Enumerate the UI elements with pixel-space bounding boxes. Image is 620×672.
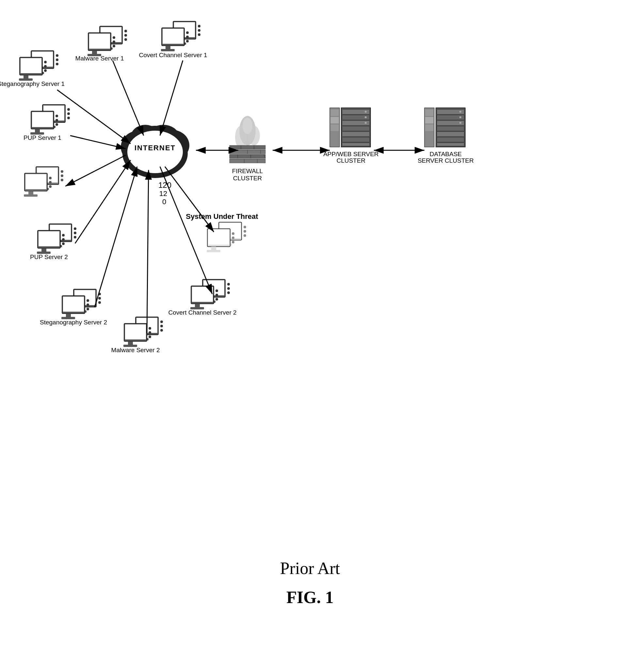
svg-point-212: [459, 122, 461, 124]
svg-text:SERVER CLUSTER: SERVER CLUSTER: [418, 157, 474, 164]
svg-point-86: [49, 185, 52, 188]
svg-rect-110: [63, 297, 84, 311]
svg-point-211: [459, 116, 461, 118]
svg-point-153: [244, 234, 246, 237]
svg-rect-21: [89, 34, 110, 49]
svg-text:APP/WEB  SERVER: APP/WEB SERVER: [323, 151, 379, 157]
arrow-internet-to-system: [165, 166, 214, 232]
svg-rect-126: [128, 341, 133, 345]
svg-point-114: [87, 303, 89, 306]
svg-point-64: [67, 116, 70, 119]
svg-point-84: [49, 177, 52, 179]
system-under-threat-group: System Under Threat: [186, 212, 258, 252]
svg-point-129: [149, 331, 151, 334]
svg-rect-125: [125, 324, 146, 339]
svg-text:PUP Server 1: PUP Server 1: [23, 134, 61, 141]
caption-area: Prior Art FIG. 1: [0, 539, 620, 607]
svg-rect-213: [425, 109, 433, 116]
pup-server-2-group: PUP Server 2: [30, 224, 76, 260]
svg-point-121: [160, 321, 163, 323]
svg-rect-209: [437, 143, 464, 146]
svg-point-49: [56, 63, 58, 65]
svg-rect-192: [342, 143, 370, 146]
svg-rect-141: [195, 304, 200, 307]
svg-text:CLUSTER: CLUSTER: [337, 157, 366, 164]
svg-rect-206: [437, 126, 464, 131]
arrow-malware1-to-internet: [113, 60, 144, 136]
malware-server-2-group: Malware Server 2: [111, 317, 163, 353]
steganography-server-2-group: Steganography Server 2: [40, 289, 107, 326]
svg-point-47: [56, 54, 58, 57]
svg-point-143: [215, 289, 218, 292]
svg-point-17: [124, 30, 127, 32]
malware-server-1-group: Malware Server 1: [75, 26, 127, 62]
svg-text:PUP Server 2: PUP Server 2: [30, 253, 68, 260]
svg-point-115: [87, 308, 89, 310]
svg-rect-207: [437, 132, 464, 137]
svg-rect-169: [229, 159, 265, 163]
svg-point-159: [232, 237, 235, 239]
svg-point-19: [124, 38, 127, 41]
svg-text:System Under Threat: System Under Threat: [186, 212, 258, 221]
svg-point-56: [44, 69, 47, 72]
svg-point-78: [61, 175, 63, 177]
prior-art-label: Prior Art: [0, 559, 620, 578]
svg-point-152: [244, 230, 246, 233]
svg-rect-215: [425, 125, 433, 131]
svg-text:DATABASE: DATABASE: [430, 151, 462, 157]
svg-point-63: [67, 112, 70, 115]
svg-point-85: [49, 181, 52, 184]
svg-point-55: [44, 65, 47, 67]
svg-rect-166: [229, 145, 265, 149]
svg-point-39: [186, 31, 189, 34]
svg-point-93: [74, 236, 76, 238]
svg-point-77: [61, 170, 63, 173]
svg-text:Malware Server 2: Malware Server 2: [111, 347, 160, 353]
svg-rect-190: [342, 132, 370, 137]
svg-point-34: [198, 33, 201, 36]
svg-point-128: [149, 327, 151, 330]
database-server-cluster-group: DATABASE SERVER CLUSTER: [418, 108, 474, 164]
svg-text:INTERNET: INTERNET: [135, 144, 176, 152]
svg-text:Malware Server 1: Malware Server 1: [75, 55, 124, 62]
svg-rect-66: [32, 112, 53, 127]
svg-rect-22: [92, 51, 97, 54]
svg-text:Steganography Server 1: Steganography Server 1: [0, 80, 65, 87]
number-label: 12: [159, 189, 167, 198]
svg-point-193: [365, 111, 367, 113]
steganography-server-1-group: Steganography Server 1: [0, 51, 65, 87]
svg-point-136: [227, 283, 230, 286]
svg-point-158: [232, 232, 235, 235]
svg-point-40: [186, 36, 189, 38]
svg-rect-36: [163, 29, 184, 44]
svg-point-71: [55, 123, 58, 126]
svg-point-32: [198, 25, 201, 28]
svg-point-145: [215, 298, 218, 300]
svg-point-54: [44, 61, 47, 63]
svg-text:Steganography Server 2: Steganography Server 2: [40, 319, 107, 326]
covert-channel-server-2-group: Covert Channel Server 2: [168, 279, 237, 316]
svg-point-69: [55, 115, 58, 117]
svg-point-48: [56, 58, 58, 61]
svg-rect-83: [24, 194, 38, 197]
svg-rect-157: [207, 250, 220, 252]
svg-text:CLUSTER: CLUSTER: [233, 175, 262, 182]
svg-point-137: [227, 287, 230, 290]
svg-point-108: [98, 301, 101, 304]
svg-rect-191: [342, 137, 370, 142]
svg-rect-189: [342, 126, 370, 131]
pup-server-1-group: PUP Server 1: [23, 104, 70, 141]
svg-point-113: [87, 299, 89, 302]
svg-rect-52: [23, 75, 29, 79]
svg-rect-156: [211, 247, 216, 250]
number-label-120: 120: [158, 181, 171, 189]
left-middle-group: [24, 166, 63, 197]
svg-point-92: [74, 232, 76, 234]
svg-rect-196: [330, 109, 339, 116]
svg-text:FIREWALL: FIREWALL: [232, 167, 263, 175]
arrow-malware2-to-internet: [147, 170, 149, 333]
svg-rect-155: [208, 230, 229, 245]
svg-point-194: [365, 116, 367, 118]
svg-point-165: [243, 117, 252, 134]
internet-cloud: INTERNET: [121, 125, 189, 178]
